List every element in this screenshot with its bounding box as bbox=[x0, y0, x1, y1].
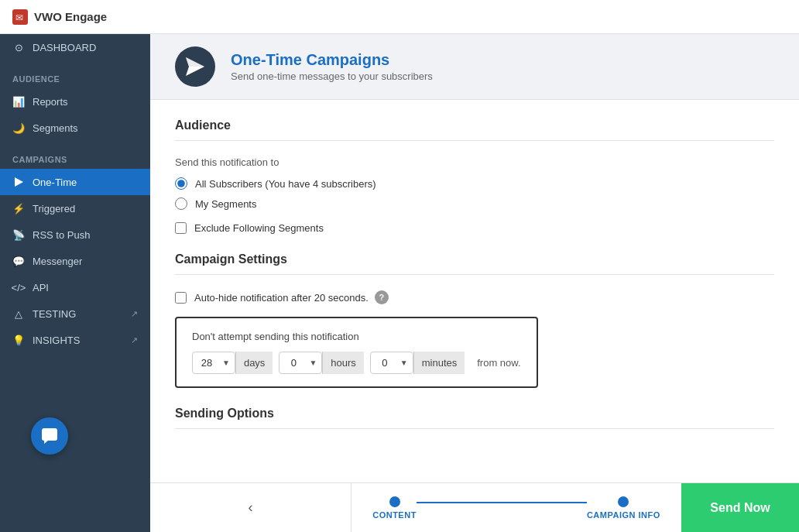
page-header-text: One-Time Campaigns Send one-time message… bbox=[231, 51, 433, 82]
testing-left: △ TESTING bbox=[12, 307, 76, 320]
radio-all-subscribers[interactable]: All Subscribers (You have 4 subscribers) bbox=[175, 177, 774, 190]
one-time-icon bbox=[12, 176, 25, 188]
svg-marker-4 bbox=[186, 57, 204, 67]
sidebar-item-reports-label: Reports bbox=[33, 96, 68, 108]
minutes-dropdown-arrow[interactable]: ▼ bbox=[399, 354, 413, 372]
auto-hide-label: Auto-hide notification after 20 seconds. bbox=[194, 292, 369, 304]
api-icon: </> bbox=[12, 281, 25, 293]
sidebar-item-triggered[interactable]: ⚡ Triggered bbox=[0, 195, 150, 221]
insights-external-icon: ↗ bbox=[131, 335, 138, 345]
form-area: Audience Send this notification to All S… bbox=[150, 100, 799, 482]
sidebar-item-insights-label: INSIGHTS bbox=[33, 335, 80, 346]
segments-icon: 🌙 bbox=[12, 122, 25, 134]
sidebar-item-rss-to-push[interactable]: 📡 RSS to Push bbox=[0, 221, 150, 248]
app-logo: ✉ VWO Engage bbox=[12, 9, 107, 25]
sidebar-item-one-time[interactable]: One-Time bbox=[0, 169, 150, 195]
progress-steps: CONTENT CAMPAIGN INFO bbox=[351, 496, 681, 520]
time-controls: ▼ days ▼ hours bbox=[192, 352, 521, 374]
back-button[interactable]: ‹ bbox=[150, 483, 351, 532]
sidebar-item-rss-label: RSS to Push bbox=[33, 229, 90, 241]
logo-icon: ✉ bbox=[12, 9, 28, 25]
page-header-icon bbox=[175, 46, 215, 87]
days-input[interactable]: ▼ bbox=[192, 352, 235, 374]
from-now-label: from now. bbox=[477, 357, 520, 369]
layout: ⊙ DASHBOARD AUDIENCE 📊 Reports 🌙 Segment… bbox=[0, 34, 799, 532]
main-content: One-Time Campaigns Send one-time message… bbox=[150, 34, 799, 532]
dont-attempt-label: Don't attempt sending this notification bbox=[192, 331, 521, 342]
sidebar: ⊙ DASHBOARD AUDIENCE 📊 Reports 🌙 Segment… bbox=[0, 34, 150, 532]
triggered-icon: ⚡ bbox=[12, 202, 25, 215]
svg-rect-5 bbox=[42, 428, 57, 441]
step-line bbox=[417, 502, 587, 503]
sidebar-item-label: DASHBOARD bbox=[33, 42, 96, 53]
step-content: CONTENT bbox=[372, 496, 417, 520]
auto-hide-input[interactable] bbox=[175, 292, 187, 304]
help-icon[interactable]: ? bbox=[375, 290, 389, 304]
sidebar-item-testing-label: TESTING bbox=[33, 308, 76, 320]
step-campaign-label: CAMPAIGN INFO bbox=[587, 510, 660, 520]
app-title: VWO Engage bbox=[34, 10, 107, 23]
hours-input[interactable]: ▼ bbox=[279, 352, 322, 374]
campaign-settings-group: Auto-hide notification after 20 seconds.… bbox=[175, 290, 774, 388]
chat-bubble-icon bbox=[41, 427, 58, 444]
sidebar-item-dashboard[interactable]: ⊙ DASHBOARD bbox=[0, 34, 150, 60]
messenger-icon: 💬 bbox=[12, 255, 25, 267]
dashboard-icon: ⊙ bbox=[12, 41, 25, 53]
sidebar-item-segments[interactable]: 🌙 Segments bbox=[0, 115, 150, 141]
sidebar-item-api[interactable]: </> API bbox=[0, 274, 150, 300]
sending-options-title: Sending Options bbox=[175, 407, 774, 429]
radio-segments-input[interactable] bbox=[175, 197, 187, 210]
back-icon: ‹ bbox=[249, 499, 253, 516]
exclude-segments-input[interactable] bbox=[175, 222, 187, 234]
sidebar-item-messenger[interactable]: 💬 Messenger bbox=[0, 248, 150, 274]
minutes-group: ▼ minutes bbox=[370, 352, 465, 374]
radio-all-input[interactable] bbox=[175, 177, 187, 190]
testing-external-icon: ↗ bbox=[131, 309, 138, 319]
radio-my-segments[interactable]: My Segments bbox=[175, 197, 774, 210]
page-subtitle: Send one-time messages to your subscribe… bbox=[231, 70, 433, 82]
step-campaign-dot bbox=[618, 496, 629, 507]
campaign-settings-title: Campaign Settings bbox=[175, 252, 774, 275]
page-title: One-Time Campaigns bbox=[231, 51, 433, 69]
sidebar-item-testing[interactable]: △ TESTING ↗ bbox=[0, 300, 150, 327]
hours-dropdown-arrow[interactable]: ▼ bbox=[307, 354, 321, 372]
sidebar-item-api-label: API bbox=[33, 282, 49, 293]
days-label: days bbox=[235, 352, 273, 374]
hours-value-input[interactable] bbox=[279, 352, 307, 373]
days-group: ▼ days bbox=[192, 352, 273, 374]
audience-section-label: AUDIENCE bbox=[0, 60, 150, 88]
radio-all-label: All Subscribers (You have 4 subscribers) bbox=[195, 178, 376, 190]
minutes-label: minutes bbox=[413, 352, 465, 374]
chat-bubble-inner[interactable] bbox=[31, 417, 68, 455]
step-content-dot bbox=[389, 496, 400, 507]
sidebar-item-messenger-label: Messenger bbox=[33, 256, 82, 267]
reports-icon: 📊 bbox=[12, 95, 25, 108]
sidebar-item-reports[interactable]: 📊 Reports bbox=[0, 88, 150, 115]
exclude-segments-checkbox-item[interactable]: Exclude Following Segments bbox=[175, 222, 774, 234]
sidebar-item-segments-label: Segments bbox=[33, 122, 78, 134]
audience-form-group: Send this notification to All Subscriber… bbox=[175, 156, 774, 234]
top-bar: ✉ VWO Engage bbox=[0, 0, 799, 34]
audience-section-title: Audience bbox=[175, 118, 774, 141]
page-header: One-Time Campaigns Send one-time message… bbox=[150, 34, 799, 100]
audience-radio-group: All Subscribers (You have 4 subscribers)… bbox=[175, 177, 774, 210]
send-now-button[interactable]: Send Now bbox=[681, 483, 799, 533]
hours-group: ▼ hours bbox=[279, 352, 363, 374]
days-value-input[interactable] bbox=[193, 352, 221, 373]
send-notification-label: Send this notification to bbox=[175, 156, 774, 168]
dont-attempt-box: Don't attempt sending this notification … bbox=[175, 317, 538, 388]
step-campaign-info: CAMPAIGN INFO bbox=[587, 496, 660, 520]
radio-segments-label: My Segments bbox=[195, 198, 256, 210]
insights-icon: 💡 bbox=[12, 334, 25, 346]
step-content-label: CONTENT bbox=[372, 510, 417, 520]
sidebar-item-insights[interactable]: 💡 INSIGHTS ↗ bbox=[0, 327, 150, 353]
auto-hide-checkbox-item[interactable]: Auto-hide notification after 20 seconds. bbox=[175, 292, 369, 304]
campaigns-section-label: CAMPAIGNS bbox=[0, 141, 150, 169]
minutes-value-input[interactable] bbox=[371, 352, 399, 373]
paper-plane-icon bbox=[184, 56, 206, 77]
minutes-input[interactable]: ▼ bbox=[370, 352, 413, 374]
hours-label: hours bbox=[322, 352, 364, 374]
insights-left: 💡 INSIGHTS bbox=[12, 334, 80, 346]
days-dropdown-arrow[interactable]: ▼ bbox=[221, 354, 235, 372]
svg-marker-6 bbox=[44, 441, 48, 444]
